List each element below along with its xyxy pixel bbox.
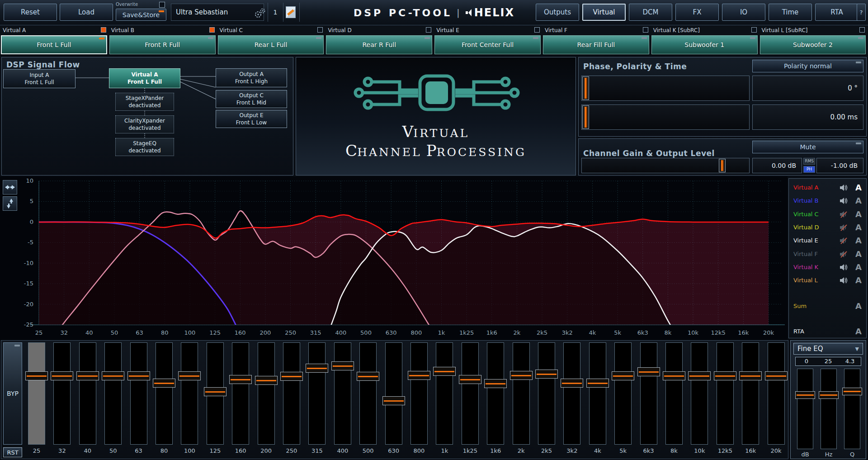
legend-row-rta[interactable]: RTAA (789, 326, 866, 338)
preset-name-input[interactable]: Ultra Sebastian (171, 4, 264, 21)
eq-slider-handle[interactable] (229, 375, 252, 384)
channel-button-rear-fill-full[interactable]: Rear Fill Full (543, 35, 649, 54)
legend-row-virtual-l[interactable]: Virtual LA (789, 275, 866, 287)
eq-slider-handle[interactable] (382, 396, 405, 405)
legend-setup-badge[interactable]: A (855, 223, 862, 232)
legend-row-virtual-c[interactable]: Virtual CA (789, 209, 866, 221)
fine-eq-q-track[interactable] (844, 369, 860, 449)
eq-slider-handle[interactable] (25, 371, 48, 380)
help-button[interactable]: ? (857, 4, 866, 21)
flow-input-box[interactable]: Input AFront L Full (3, 69, 75, 88)
eq-slider-handle[interactable] (76, 371, 99, 380)
channel-link-checkbox[interactable] (209, 27, 215, 33)
eq-slider-handle[interactable] (459, 375, 481, 384)
legend-setup-badge[interactable]: A (855, 301, 862, 311)
eq-slider-track[interactable] (283, 342, 300, 445)
eq-slider-handle[interactable] (637, 367, 660, 376)
legend-setup-badge[interactable]: A (855, 249, 862, 259)
legend-row-virtual-a[interactable]: Virtual AA (789, 182, 866, 194)
gain-db-value[interactable]: 0.00 dB (752, 158, 802, 173)
nav-tab-rta[interactable]: RTA (815, 4, 859, 21)
flow-stageeq-box[interactable]: StageEQdeactivated (115, 138, 174, 156)
legend-setup-badge[interactable]: A (855, 236, 862, 245)
channel-link-checkbox[interactable] (751, 27, 757, 33)
eq-slider-handle[interactable] (561, 379, 583, 388)
setup-gears-icon[interactable] (253, 7, 267, 21)
delay-ms-value[interactable]: 0.00 ms (752, 104, 863, 130)
legend-row-virtual-k[interactable]: Virtual KA (789, 262, 866, 274)
gain-slider[interactable] (581, 158, 750, 173)
edit-setup-icon[interactable] (286, 6, 296, 18)
eq-slider-track[interactable] (258, 342, 275, 445)
eq-slider-track[interactable] (462, 342, 479, 445)
memory-slot-number[interactable]: 1 (269, 4, 281, 21)
legend-row-virtual-f[interactable]: Virtual FA (789, 249, 866, 261)
eq-slider-track[interactable] (181, 342, 198, 445)
eq-slider-handle[interactable] (510, 371, 533, 380)
flow-stagexpander-box[interactable]: StageXPanderdeactivated (115, 93, 174, 111)
eq-slider-handle[interactable] (255, 376, 278, 385)
save-store-button[interactable]: Save&Store (116, 9, 166, 21)
flow-virtual-box[interactable]: Virtual AFront L Full (109, 68, 180, 88)
legend-setup-badge[interactable]: A (855, 275, 862, 285)
eq-slider-track[interactable] (768, 342, 785, 445)
speaker-muted-icon[interactable] (840, 250, 849, 258)
legend-setup-badge[interactable]: A (855, 327, 862, 336)
channel-button-front-center-full[interactable]: Front Center Full (434, 35, 541, 54)
eq-slider-track[interactable] (308, 342, 326, 445)
eq-slider-handle[interactable] (306, 364, 328, 373)
eq-slider-handle[interactable] (612, 371, 634, 380)
eq-slider-handle[interactable] (714, 371, 736, 380)
channel-button-rear-l-full[interactable]: Rear L Full (218, 35, 324, 54)
legend-row-virtual-b[interactable]: Virtual BA (789, 195, 866, 207)
eq-slider-handle[interactable] (204, 387, 226, 396)
nav-tab-time[interactable]: Time (769, 4, 812, 21)
eq-slider-handle[interactable] (484, 379, 507, 388)
channel-button-front-l-full[interactable]: Front L Full (1, 35, 107, 54)
speaker-muted-icon[interactable] (840, 210, 849, 218)
eq-slider-handle[interactable] (178, 371, 201, 380)
eq-slider-track[interactable] (359, 342, 377, 445)
fine-eq-db-track[interactable] (797, 369, 813, 449)
speaker-muted-icon[interactable] (840, 223, 849, 232)
eq-slider-track[interactable] (232, 342, 249, 445)
ph-badge[interactable]: PH (803, 166, 815, 173)
speaker-icon[interactable] (840, 276, 849, 285)
eq-slider-track[interactable] (410, 342, 428, 445)
channel-button-front-r-full[interactable]: Front R Full (109, 35, 216, 54)
eq-reset-button[interactable]: RST (3, 447, 22, 457)
eq-slider-track[interactable] (79, 342, 96, 445)
eq-slider-track[interactable] (156, 342, 173, 445)
flow-output-c-box[interactable]: Output CFront L Mid (216, 90, 287, 108)
channel-link-checkbox[interactable] (101, 27, 106, 33)
fine-eq-hz-handle[interactable] (819, 391, 839, 399)
eq-slider-track[interactable] (28, 342, 45, 445)
eq-slider-handle[interactable] (280, 372, 303, 381)
eq-slider-handle[interactable] (739, 371, 762, 380)
eq-bypass-button[interactable]: BYP (3, 342, 22, 445)
eq-slider-track[interactable] (487, 342, 504, 445)
legend-setup-badge[interactable]: A (855, 209, 862, 219)
eq-mode-dropdown[interactable]: Fine EQ▼ (793, 343, 863, 355)
eq-slider-handle[interactable] (535, 370, 558, 379)
eq-slider-handle[interactable] (765, 371, 788, 380)
eq-slider-track[interactable] (614, 342, 632, 445)
gain-slider-handle[interactable] (719, 159, 726, 172)
delay-slider-handle[interactable] (582, 105, 589, 129)
eq-slider-handle[interactable] (586, 379, 609, 388)
speaker-icon[interactable] (840, 263, 849, 271)
channel-button-subwoofer-2[interactable]: Subwoofer 2 (760, 35, 866, 54)
eq-slider-track[interactable] (334, 342, 351, 445)
channel-button-subwoofer-1[interactable]: Subwoofer 1 (651, 35, 758, 54)
delay-slider[interactable] (581, 104, 750, 130)
eq-slider-track[interactable] (130, 342, 147, 445)
eq-slider-track[interactable] (665, 342, 683, 445)
polarity-button[interactable]: Polarity normal (752, 60, 863, 72)
legend-setup-badge[interactable]: A (855, 262, 862, 272)
nav-tab-fx[interactable]: FX (675, 4, 719, 21)
nav-tab-io[interactable]: IO (722, 4, 765, 21)
legend-setup-badge[interactable]: A (855, 196, 862, 205)
nav-tab-virtual[interactable]: Virtual (582, 4, 626, 21)
eq-slider-track[interactable] (513, 342, 530, 445)
eq-slider-track[interactable] (640, 342, 657, 445)
